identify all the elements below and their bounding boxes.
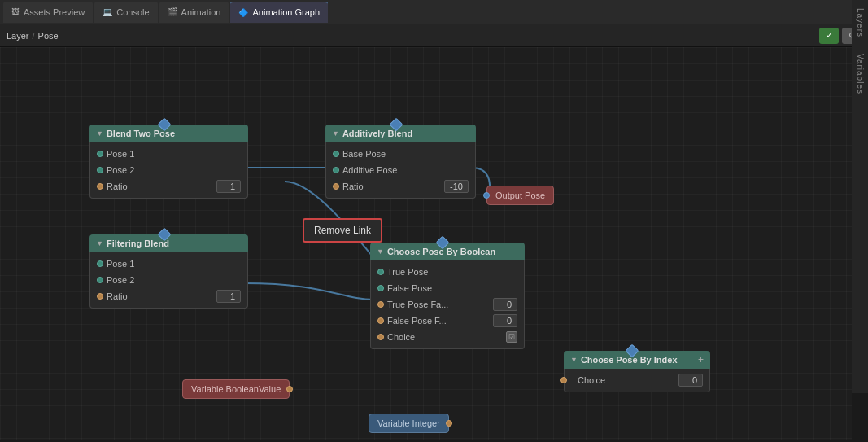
animation-icon: 🎬 <box>168 7 177 16</box>
fb-pose2-dot <box>97 277 103 283</box>
cpbb-port-false-fade: False Pose F... 0 <box>371 313 524 329</box>
filtering-blend-body: Pose 1 Pose 2 Ratio 1 <box>89 252 248 309</box>
blend-two-pose-port-pose2: Pose 2 <box>90 162 247 178</box>
tab-console[interactable]: 💻 Console <box>94 2 157 23</box>
filtering-blend-header: ▼ Filtering Blend <box>89 234 248 252</box>
choose-pose-by-index-node[interactable]: ▼ Choose Pose By Index + Choice 0 <box>564 351 710 392</box>
filtering-blend-node[interactable]: ▼ Filtering Blend Pose 1 Pose 2 Ratio 1 <box>89 234 248 309</box>
additively-blend-node[interactable]: ▼ Additively Blend Base Pose Additive Po… <box>325 125 476 199</box>
ab-port-additive: Additive Pose <box>326 162 475 178</box>
tab-animation[interactable]: 🎬 Animation <box>159 2 229 23</box>
main-area: ▼ Blend Two Pose Pose 1 Pose 2 Ratio 1 <box>0 47 868 440</box>
breadcrumb-separator: / <box>33 31 35 41</box>
pose2-dot <box>97 167 103 173</box>
breadcrumb-layer: Layer <box>7 31 29 41</box>
animation-graph-icon: 🔷 <box>238 8 248 17</box>
filtering-blend-port-pose1: Pose 1 <box>90 256 247 272</box>
assets-preview-icon: 🖼 <box>11 7 20 16</box>
cpbb-port-choice: Choice ☑ <box>371 329 524 345</box>
tab-animation-label: Animation <box>181 7 221 17</box>
side-label-layers[interactable]: Layers <box>856 8 865 37</box>
output-pose-label: Output Pose <box>495 190 545 200</box>
cpbi-port-choice: Choice 0 <box>565 372 709 388</box>
cpbb-port-false-pose: False Pose <box>371 280 524 296</box>
variable-integer-node[interactable]: Variable Integer <box>369 414 449 433</box>
variable-booleanvalue-port <box>286 386 293 392</box>
breadcrumb-bar: Layer / Pose ✓ ↺ <box>0 24 868 47</box>
fb-ratio-dot <box>97 293 103 300</box>
variable-booleanvalue-label: Variable BooleanValue <box>191 384 281 394</box>
remove-link-label: Remove Link <box>314 225 371 236</box>
filtering-blend-port-ratio: Ratio 1 <box>90 288 247 304</box>
cpbb-choice-dot <box>377 334 384 340</box>
additively-blend-header: ▼ Additively Blend <box>325 125 476 142</box>
ab-port-ratio: Ratio -10 <box>326 178 475 195</box>
choose-pose-by-boolean-node[interactable]: ▼ Choose Pose By Boolean True Pose False… <box>370 243 525 349</box>
cpbb-header: ▼ Choose Pose By Boolean <box>370 243 525 260</box>
additively-blend-body: Base Pose Additive Pose Ratio -10 <box>325 142 476 199</box>
tab-assets-preview[interactable]: 🖼 Assets Preview <box>3 2 93 23</box>
side-label-variables[interactable]: Variables <box>856 54 865 94</box>
cpbi-body: Choice 0 <box>564 369 710 392</box>
variable-integer-port <box>446 420 452 427</box>
output-pose-left-port <box>483 192 490 199</box>
filtering-blend-port-pose2: Pose 2 <box>90 272 247 288</box>
ratio-dot <box>97 183 103 190</box>
blend-two-pose-node[interactable]: ▼ Blend Two Pose Pose 1 Pose 2 Ratio 1 <box>89 125 248 199</box>
blend-two-pose-body: Pose 1 Pose 2 Ratio 1 <box>89 142 248 199</box>
remove-link-popup[interactable]: Remove Link <box>303 218 382 243</box>
cpbb-body: True Pose False Pose True Pose Fa... 0 F… <box>370 260 525 349</box>
cpbb-truefade-dot <box>377 301 384 308</box>
output-pose-node[interactable]: Output Pose <box>486 186 554 205</box>
fb-pose1-dot <box>97 260 103 267</box>
blend-two-pose-header: ▼ Blend Two Pose <box>89 125 248 142</box>
cpbb-true-dot <box>377 269 384 275</box>
cpbb-port-true-fade: True Pose Fa... 0 <box>371 296 524 313</box>
tab-bar: 🖼 Assets Preview 💻 Console 🎬 Animation 🔷… <box>0 0 868 24</box>
ab-base-dot <box>333 151 339 157</box>
side-panel: Layers Variables <box>852 0 868 393</box>
cpbb-port-true-pose: True Pose <box>371 264 524 280</box>
tab-animation-graph[interactable]: 🔷 Animation Graph <box>230 2 328 23</box>
blend-two-pose-port-pose1: Pose 1 <box>90 146 247 162</box>
breadcrumb: Layer / Pose <box>7 31 59 41</box>
cpbi-header: ▼ Choose Pose By Index + <box>564 351 710 369</box>
ab-additive-dot <box>333 167 339 173</box>
canvas-area[interactable]: ▼ Blend Two Pose Pose 1 Pose 2 Ratio 1 <box>0 47 852 440</box>
breadcrumb-pose: Pose <box>38 31 59 41</box>
cpbb-falsefade-dot <box>377 317 384 324</box>
blend-two-pose-port-ratio: Ratio 1 <box>90 178 247 195</box>
ab-port-base: Base Pose <box>326 146 475 162</box>
variable-integer-label: Variable Integer <box>377 418 440 428</box>
cpbb-false-dot <box>377 285 384 291</box>
ab-ratio-dot <box>333 183 339 190</box>
tab-console-label: Console <box>116 7 149 17</box>
console-icon: 💻 <box>103 7 112 16</box>
tab-assets-preview-label: Assets Preview <box>24 7 85 17</box>
variable-booleanvalue-node[interactable]: Variable BooleanValue <box>182 379 290 399</box>
cpbb-choice-checkbox[interactable]: ☑ <box>506 331 517 343</box>
check-button[interactable]: ✓ <box>819 28 839 44</box>
cpbi-plus[interactable]: + <box>698 354 704 365</box>
tab-animation-graph-label: Animation Graph <box>252 7 320 17</box>
cpbi-choice-left-port <box>560 377 567 383</box>
pose1-dot <box>97 151 103 157</box>
